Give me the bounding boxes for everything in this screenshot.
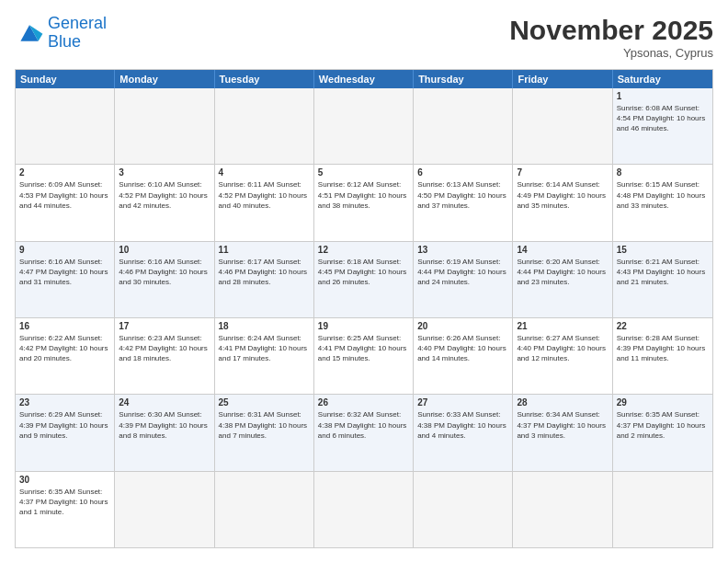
logo-text: General Blue: [48, 15, 107, 52]
day-cell-7: 7Sunrise: 6:14 AM Sunset: 4:49 PM Daylig…: [513, 165, 612, 240]
day-number: 21: [517, 321, 608, 331]
day-info: Sunrise: 6:13 AM Sunset: 4:50 PM Dayligh…: [417, 179, 508, 211]
day-info: Sunrise: 6:08 AM Sunset: 4:54 PM Dayligh…: [617, 103, 709, 134]
calendar-body: 1Sunrise: 6:08 AM Sunset: 4:54 PM Daylig…: [16, 88, 712, 547]
day-number: 11: [219, 245, 310, 255]
day-number: 25: [219, 397, 310, 408]
day-number: 7: [517, 167, 608, 178]
day-info: Sunrise: 6:10 AM Sunset: 4:52 PM Dayligh…: [119, 179, 210, 211]
day-cell-23: 23Sunrise: 6:29 AM Sunset: 4:39 PM Dayli…: [16, 395, 115, 470]
day-number: 18: [219, 321, 310, 331]
day-info: Sunrise: 6:16 AM Sunset: 4:47 PM Dayligh…: [19, 257, 110, 288]
logo-icon: [15, 20, 44, 46]
weekday-header-monday: Monday: [115, 70, 214, 88]
day-number: 26: [318, 397, 409, 408]
day-info: Sunrise: 6:29 AM Sunset: 4:39 PM Dayligh…: [19, 409, 110, 441]
day-info: Sunrise: 6:35 AM Sunset: 4:37 PM Dayligh…: [617, 409, 709, 441]
day-number: 13: [417, 245, 508, 255]
day-cell-10: 10Sunrise: 6:16 AM Sunset: 4:46 PM Dayli…: [115, 242, 214, 317]
day-number: 19: [318, 321, 409, 331]
header: General Blue November 2025 Ypsonas, Cypr…: [15, 15, 713, 60]
day-info: Sunrise: 6:22 AM Sunset: 4:42 PM Dayligh…: [19, 333, 110, 364]
calendar: SundayMondayTuesdayWednesdayThursdayFrid…: [15, 69, 713, 548]
day-info: Sunrise: 6:26 AM Sunset: 4:40 PM Dayligh…: [417, 333, 508, 364]
empty-cell: [215, 88, 314, 164]
day-info: Sunrise: 6:17 AM Sunset: 4:46 PM Dayligh…: [219, 257, 310, 288]
day-number: 3: [119, 167, 210, 178]
empty-cell: [115, 88, 214, 164]
logo: General Blue: [15, 15, 107, 52]
day-cell-18: 18Sunrise: 6:24 AM Sunset: 4:41 PM Dayli…: [215, 318, 314, 394]
empty-cell: [314, 472, 414, 547]
day-info: Sunrise: 6:14 AM Sunset: 4:49 PM Dayligh…: [517, 179, 608, 211]
empty-cell: [414, 88, 513, 164]
day-number: 23: [19, 397, 110, 408]
day-number: 24: [119, 397, 210, 408]
day-info: Sunrise: 6:12 AM Sunset: 4:51 PM Dayligh…: [318, 179, 409, 211]
day-cell-30: 30Sunrise: 6:35 AM Sunset: 4:37 PM Dayli…: [16, 472, 115, 547]
day-info: Sunrise: 6:21 AM Sunset: 4:43 PM Dayligh…: [617, 257, 709, 288]
day-cell-9: 9Sunrise: 6:16 AM Sunset: 4:47 PM Daylig…: [16, 242, 115, 317]
day-info: Sunrise: 6:33 AM Sunset: 4:38 PM Dayligh…: [417, 409, 508, 441]
day-info: Sunrise: 6:09 AM Sunset: 4:53 PM Dayligh…: [19, 179, 110, 211]
day-info: Sunrise: 6:11 AM Sunset: 4:52 PM Dayligh…: [219, 179, 310, 211]
weekday-header-wednesday: Wednesday: [314, 70, 414, 88]
day-info: Sunrise: 6:28 AM Sunset: 4:39 PM Dayligh…: [617, 333, 709, 364]
day-cell-8: 8Sunrise: 6:15 AM Sunset: 4:48 PM Daylig…: [613, 165, 712, 240]
day-number: 8: [617, 167, 709, 178]
day-number: 2: [19, 167, 110, 178]
day-cell-26: 26Sunrise: 6:32 AM Sunset: 4:38 PM Dayli…: [314, 395, 414, 470]
day-info: Sunrise: 6:31 AM Sunset: 4:38 PM Dayligh…: [219, 409, 310, 441]
title-block: November 2025 Ypsonas, Cyprus: [509, 15, 713, 60]
logo-general: General: [48, 14, 107, 32]
day-cell-25: 25Sunrise: 6:31 AM Sunset: 4:38 PM Dayli…: [215, 395, 314, 470]
empty-cell: [613, 472, 712, 547]
day-cell-16: 16Sunrise: 6:22 AM Sunset: 4:42 PM Dayli…: [16, 318, 115, 394]
day-cell-22: 22Sunrise: 6:28 AM Sunset: 4:39 PM Dayli…: [613, 318, 712, 394]
day-number: 28: [517, 397, 608, 408]
logo-blue: Blue: [48, 32, 81, 51]
day-cell-24: 24Sunrise: 6:30 AM Sunset: 4:39 PM Dayli…: [115, 395, 214, 470]
day-number: 9: [19, 245, 110, 255]
day-cell-29: 29Sunrise: 6:35 AM Sunset: 4:37 PM Dayli…: [613, 395, 712, 470]
day-number: 29: [617, 397, 709, 408]
day-number: 22: [617, 321, 709, 331]
calendar-row-1: 2Sunrise: 6:09 AM Sunset: 4:53 PM Daylig…: [16, 164, 712, 240]
day-cell-13: 13Sunrise: 6:19 AM Sunset: 4:44 PM Dayli…: [414, 242, 513, 317]
day-cell-11: 11Sunrise: 6:17 AM Sunset: 4:46 PM Dayli…: [215, 242, 314, 317]
empty-cell: [513, 88, 612, 164]
weekday-header-tuesday: Tuesday: [215, 70, 314, 88]
day-cell-27: 27Sunrise: 6:33 AM Sunset: 4:38 PM Dayli…: [414, 395, 513, 470]
empty-cell: [115, 472, 214, 547]
day-cell-12: 12Sunrise: 6:18 AM Sunset: 4:45 PM Dayli…: [314, 242, 414, 317]
day-cell-14: 14Sunrise: 6:20 AM Sunset: 4:44 PM Dayli…: [513, 242, 612, 317]
calendar-row-2: 9Sunrise: 6:16 AM Sunset: 4:47 PM Daylig…: [16, 241, 712, 317]
day-cell-6: 6Sunrise: 6:13 AM Sunset: 4:50 PM Daylig…: [414, 165, 513, 240]
empty-cell: [215, 472, 314, 547]
empty-cell: [314, 88, 414, 164]
empty-cell: [513, 472, 612, 547]
day-number: 1: [617, 91, 709, 101]
weekday-header-saturday: Saturday: [613, 70, 712, 88]
day-info: Sunrise: 6:27 AM Sunset: 4:40 PM Dayligh…: [517, 333, 608, 364]
day-number: 17: [119, 321, 210, 331]
day-info: Sunrise: 6:35 AM Sunset: 4:37 PM Dayligh…: [19, 487, 110, 518]
day-info: Sunrise: 6:20 AM Sunset: 4:44 PM Dayligh…: [517, 257, 608, 288]
day-number: 20: [417, 321, 508, 331]
day-info: Sunrise: 6:19 AM Sunset: 4:44 PM Dayligh…: [417, 257, 508, 288]
month-title: November 2025: [509, 15, 713, 46]
day-number: 16: [19, 321, 110, 331]
day-number: 10: [119, 245, 210, 255]
day-number: 15: [617, 245, 709, 255]
day-info: Sunrise: 6:32 AM Sunset: 4:38 PM Dayligh…: [318, 409, 409, 441]
day-cell-2: 2Sunrise: 6:09 AM Sunset: 4:53 PM Daylig…: [16, 165, 115, 240]
day-number: 30: [19, 475, 110, 485]
calendar-row-4: 23Sunrise: 6:29 AM Sunset: 4:39 PM Dayli…: [16, 394, 712, 470]
day-info: Sunrise: 6:24 AM Sunset: 4:41 PM Dayligh…: [219, 333, 310, 364]
weekday-header-sunday: Sunday: [16, 70, 115, 88]
weekday-header-friday: Friday: [513, 70, 612, 88]
day-number: 12: [318, 245, 409, 255]
calendar-row-3: 16Sunrise: 6:22 AM Sunset: 4:42 PM Dayli…: [16, 317, 712, 394]
day-number: 5: [318, 167, 409, 178]
day-cell-5: 5Sunrise: 6:12 AM Sunset: 4:51 PM Daylig…: [314, 165, 414, 240]
